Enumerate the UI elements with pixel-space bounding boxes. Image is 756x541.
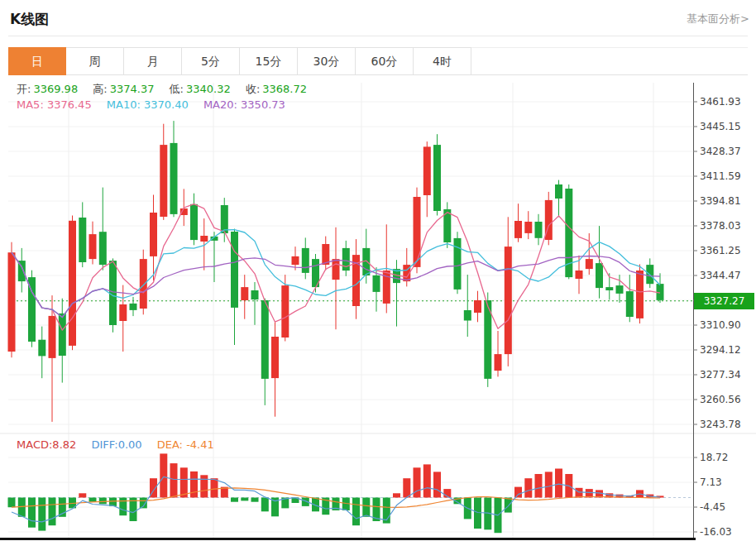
svg-text:3461.93: 3461.93 [700,96,741,108]
tab-30min[interactable]: 30分 [298,47,356,75]
ma5-pair: MA5: 3376.45 [17,98,92,111]
high-pair: 高:3374.37 [93,83,154,95]
high-value: 3374.37 [110,83,155,95]
ohlc-legend: 开:3369.98 高:3374.37 低:3340.32 收:3368.72 [17,82,318,97]
svg-text:7.13: 7.13 [700,476,722,488]
svg-text:3294.12: 3294.12 [700,344,741,356]
dea-value: -4.41 [186,438,214,451]
svg-text:3310.90: 3310.90 [700,319,741,331]
tab-month[interactable]: 月 [124,47,182,75]
tab-week[interactable]: 周 [66,47,124,75]
ma10-value: 3370.40 [144,98,189,111]
svg-text:3428.37: 3428.37 [700,146,741,157]
close-pair: 收:3368.72 [246,83,307,95]
diff-value: 0.00 [118,438,142,451]
svg-text:18.72: 18.72 [700,452,728,463]
tab-day[interactable]: 日 [8,47,66,75]
svg-text:3344.47: 3344.47 [700,270,741,281]
interval-tab-bar: 日 周 月 5分 15分 30分 60分 4时 [8,47,471,75]
ma-legend: MA5: 3376.45 MA10: 3370.40 MA20: 3350.73 [17,98,297,111]
ma20-value: 3350.73 [241,98,285,111]
svg-text:3361.25: 3361.25 [700,245,741,256]
tab-5min[interactable]: 5分 [182,47,240,75]
current-price-badge: 3327.27 [694,293,754,309]
close-value: 3368.72 [262,83,307,95]
ma10-pair: MA10: 3370.40 [107,98,189,111]
low-value: 3340.32 [186,83,231,95]
svg-text:3411.59: 3411.59 [700,170,741,182]
tab-15min[interactable]: 15分 [240,47,298,75]
open-pair: 开:3369.98 [17,83,78,95]
svg-text:-16.03: -16.03 [700,526,732,538]
ma5-value: 3376.45 [47,98,92,111]
svg-text:3243.78: 3243.78 [700,419,741,430]
tab-bar-extension [471,47,748,75]
dea-pair: DEA: -4.41 [157,438,214,451]
low-pair: 低:3340.32 [170,83,231,95]
title-divider [8,36,748,36]
macd-pair: MACD:8.82 [17,438,76,451]
open-value: 3369.98 [33,83,78,95]
tab-60min[interactable]: 60分 [356,47,414,75]
svg-text:3445.15: 3445.15 [700,121,741,132]
ma20-pair: MA20: 3350.73 [203,98,285,111]
tab-4hour[interactable]: 4时 [414,47,471,75]
macd-value: 8.82 [52,438,76,451]
svg-text:3260.56: 3260.56 [700,394,741,405]
diff-pair: DIFF:0.00 [91,438,141,451]
fundamental-analysis-link[interactable]: 基本面分析> [687,12,749,26]
svg-text:3277.34: 3277.34 [700,369,741,381]
svg-text:-4.45: -4.45 [700,501,725,513]
page-title: K线图 [10,10,49,29]
svg-text:3394.81: 3394.81 [700,195,741,207]
svg-text:3378.03: 3378.03 [700,220,741,232]
macd-legend: MACD:8.82 DIFF:0.00 DEA: -4.41 [17,438,226,451]
